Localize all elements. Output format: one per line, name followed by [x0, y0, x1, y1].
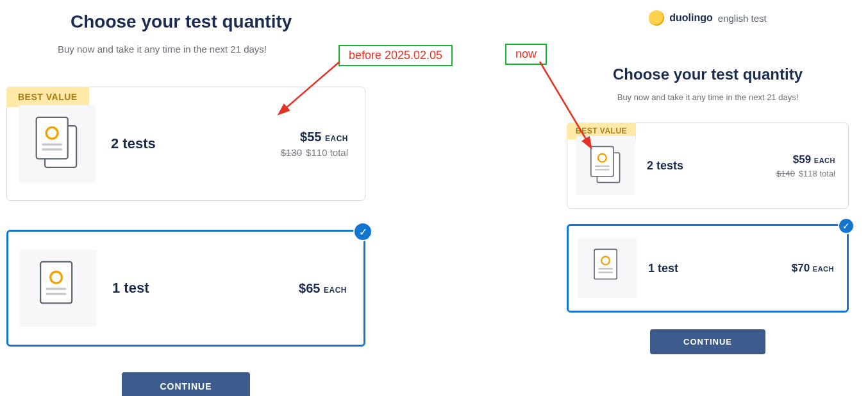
price-total: $118 total — [799, 169, 835, 178]
selected-check-icon: ✓ — [838, 218, 855, 234]
page-subtitle: Buy now and take it any time in the next… — [58, 44, 365, 55]
best-value-badge: BEST VALUE — [6, 87, 89, 107]
plan-thumbnail-icon — [578, 239, 637, 298]
page-title: Choose your test quantity — [567, 65, 849, 83]
plan-card-1test[interactable]: ✓ 1 test $65 EACH — [6, 230, 365, 347]
plan-thumbnail-icon — [20, 250, 97, 327]
page-subtitle: Buy now and take it any time in the next… — [567, 92, 849, 102]
each-label: EACH — [813, 265, 834, 273]
brand-sub: english test — [718, 13, 767, 24]
plan-card-2tests[interactable]: BEST VALUE 2 tests $59 EACH $140$118 tot… — [567, 123, 849, 209]
price-each: $55 — [300, 130, 321, 144]
each-label: EACH — [324, 286, 347, 295]
brand-header: duolingo english test — [567, 10, 849, 26]
price-each: $59 — [793, 153, 811, 166]
brand-name: duolingo — [669, 12, 713, 24]
price-strike: $130 — [281, 147, 302, 158]
price-each: $65 — [299, 281, 320, 295]
arrow-before-icon — [276, 62, 353, 119]
annotation-before: before 2025.02.05 — [338, 45, 453, 66]
continue-button[interactable]: CONTINUE — [650, 329, 765, 354]
svg-line-10 — [540, 62, 587, 141]
plan-price: $55 EACH $130$110 total — [281, 130, 348, 158]
plan-title: 2 tests — [111, 135, 281, 152]
each-label: EACH — [325, 134, 348, 143]
price-strike: $140 — [776, 169, 795, 178]
plan-price: $59 EACH $140$118 total — [776, 153, 835, 178]
page-title: Choose your test quantity — [71, 12, 365, 32]
duolingo-logo-icon — [649, 10, 664, 26]
continue-button[interactable]: CONTINUE — [122, 372, 250, 396]
plan-card-1test[interactable]: ✓ 1 test $70 EACH — [567, 224, 849, 313]
plan-thumbnail-icon — [19, 105, 96, 182]
panel-now: duolingo english test Choose your test q… — [567, 10, 849, 354]
price-total: $110 total — [306, 147, 348, 158]
price-each: $70 — [792, 262, 810, 274]
plan-title: 1 test — [112, 280, 299, 297]
arrow-now-icon — [537, 62, 608, 151]
each-label: EACH — [814, 157, 835, 164]
plan-title: 2 tests — [647, 159, 776, 173]
plan-title: 1 test — [648, 262, 792, 275]
selected-check-icon: ✓ — [353, 222, 372, 241]
svg-line-9 — [285, 62, 340, 109]
plan-price: $70 EACH — [792, 262, 834, 275]
plan-price: $65 EACH — [299, 281, 347, 296]
